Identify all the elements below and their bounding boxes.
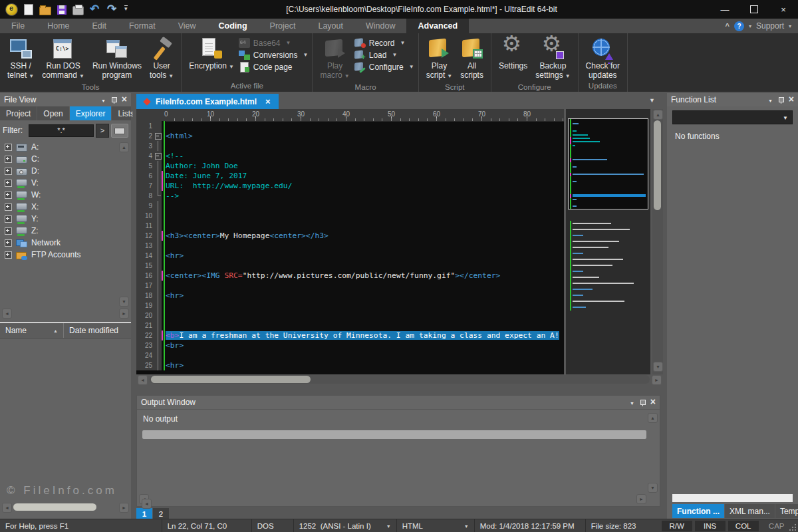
code-line-25[interactable]: 25<hr> [136, 360, 564, 370]
pin-icon[interactable] [640, 399, 645, 406]
status-html[interactable]: HTML▼ [396, 519, 474, 532]
menu-item-advanced[interactable]: Advanced [406, 19, 469, 33]
menu-item-layout[interactable]: Layout [307, 19, 354, 33]
pin-icon[interactable] [111, 96, 116, 104]
menu-item-coding[interactable]: Coding [207, 19, 259, 33]
tree-item-a[interactable]: A: [0, 141, 131, 153]
redo-icon[interactable] [107, 4, 118, 15]
tree-scroll-up-icon[interactable]: ▲ [119, 142, 129, 152]
code-line-9[interactable]: 9 [136, 201, 564, 211]
close-icon[interactable] [789, 95, 794, 104]
code-line-19[interactable]: 19 [136, 301, 564, 311]
settings-button[interactable]: Settings [495, 36, 531, 72]
code-line-7[interactable]: 7URL: http://www.mypage.edu/ [136, 181, 564, 191]
encryption-button[interactable]: Encryption▼ [186, 36, 237, 73]
close-icon[interactable] [650, 398, 656, 407]
fold-column[interactable] [155, 131, 162, 141]
configure-button[interactable]: Configure▼ [354, 62, 414, 72]
scroll-up-icon[interactable]: ▲ [653, 110, 663, 120]
rundos-command-button[interactable]: Run DOScommand▼ [39, 36, 88, 82]
record-button[interactable]: Record▼ [354, 38, 414, 48]
support-menu[interactable]: Support [756, 21, 784, 31]
code-line-17[interactable]: 17 [136, 281, 564, 291]
menu-item-project[interactable]: Project [259, 19, 307, 33]
panel-menu-icon[interactable] [768, 95, 773, 104]
resize-grip[interactable] [793, 519, 798, 532]
tab-explorer[interactable]: Explorer [70, 106, 112, 120]
code-line-18[interactable]: 18<hr> [136, 291, 564, 301]
scroll-down-icon[interactable]: ▼ [648, 483, 658, 493]
tree-item-x[interactable]: X: [0, 201, 131, 213]
mode-col[interactable]: COL [728, 521, 759, 531]
tab-list-dropdown-icon[interactable]: ▼ [649, 97, 655, 104]
filter-input[interactable]: *.* [29, 124, 94, 137]
code-line-20[interactable]: 20 [136, 311, 564, 321]
panel-menu-icon[interactable] [101, 95, 106, 104]
pin-icon[interactable] [778, 96, 783, 104]
code-line-4[interactable]: 4<!-- [136, 151, 564, 161]
menu-item-window[interactable]: Window [354, 19, 406, 33]
scroll-right-icon[interactable]: ► [119, 503, 129, 513]
code-line-15[interactable]: 15 [136, 261, 564, 271]
tree-scroll-left-icon[interactable]: ◄ [2, 309, 12, 319]
help-caret-icon[interactable]: ▾ [749, 23, 751, 29]
maximize-button[interactable] [739, 0, 769, 19]
expand-icon[interactable] [5, 239, 12, 247]
scroll-down-icon[interactable]: ▼ [653, 362, 663, 372]
backup-settings-button[interactable]: Backupsettings▼ [532, 36, 573, 82]
output-scrollbar[interactable] [142, 430, 646, 439]
code-line-8[interactable]: 8--> [136, 191, 564, 201]
fold-collapse-icon[interactable] [155, 133, 162, 140]
expand-icon[interactable] [5, 156, 12, 163]
expand-icon[interactable] [5, 203, 12, 211]
print-icon[interactable] [72, 6, 84, 15]
dropdown-caret-icon[interactable]: ▼ [459, 524, 469, 529]
code-line-22[interactable]: 22<b>I am a freshman at the University o… [136, 331, 564, 340]
editor-vscrollbar[interactable]: ▲ ▼ [652, 109, 663, 374]
code-line-3[interactable]: 3 [136, 141, 564, 151]
menu-item-format[interactable]: Format [118, 19, 167, 33]
code-line-14[interactable]: 14<hr> [136, 251, 564, 261]
scroll-thumb[interactable] [654, 120, 661, 210]
code-line-11[interactable]: 11 [136, 221, 564, 231]
expand-icon[interactable] [5, 144, 12, 151]
function-list-scrollbar[interactable] [672, 494, 793, 502]
tree-item-c[interactable]: C: [0, 153, 131, 165]
minimap-viewport[interactable] [568, 118, 648, 209]
play-script-button[interactable]: Playscript▼ [423, 36, 456, 82]
status-1252[interactable]: 1252 (ANSI - Latin I)▼ [293, 519, 396, 532]
close-icon[interactable] [122, 95, 127, 104]
collapse-ribbon-icon[interactable]: ^ [726, 22, 730, 30]
code-editor[interactable]: 01020304050607080 12<html>34<!--5Author:… [136, 109, 564, 374]
runwindows-program-button[interactable]: Run Windowsprogram [89, 36, 145, 81]
menu-item-file[interactable]: File [0, 19, 36, 33]
ssh-telnet-button[interactable]: SSH /telnet▼ [4, 36, 37, 82]
editor-hscrollbar[interactable]: ◄ ► [136, 374, 663, 385]
load-button[interactable]: Load▼ [354, 50, 414, 60]
code-line-23[interactable]: 23<br> [136, 340, 564, 350]
expand-icon[interactable] [5, 180, 12, 187]
tree-item-v[interactable]: V: [0, 177, 131, 189]
fold-collapse-icon[interactable] [155, 153, 162, 160]
column-date-modified[interactable]: Date modified [64, 323, 124, 338]
panel-tab-function[interactable]: Function ... [672, 504, 725, 518]
tree-item-ftpaccounts[interactable]: FTP Accounts [0, 249, 131, 261]
user-tools-button[interactable]: Usertools▼ [146, 36, 177, 82]
expand-icon[interactable] [5, 227, 12, 235]
scroll-track[interactable] [150, 375, 650, 384]
browse-folder-button[interactable] [111, 124, 128, 138]
tab-project[interactable]: Project [0, 106, 37, 120]
scroll-thumb[interactable] [13, 503, 96, 511]
scroll-right-icon[interactable]: ► [636, 494, 646, 504]
tree-item-z[interactable]: Z: [0, 225, 131, 237]
expand-icon[interactable] [5, 215, 12, 223]
code-line-16[interactable]: 16<center><IMG SRC="http://www.pictures.… [136, 271, 564, 281]
checkfor-updates-button[interactable]: Check forupdates [583, 36, 623, 81]
new-file-icon[interactable] [24, 4, 33, 15]
tree-item-w[interactable]: W: [0, 189, 131, 201]
all-scripts-button[interactable]: Allscripts [457, 36, 487, 81]
mode-cap[interactable]: CAP [761, 521, 792, 531]
code-line-21[interactable]: 21 [136, 321, 564, 331]
scroll-thumb[interactable] [151, 376, 311, 383]
code-line-13[interactable]: 13 [136, 241, 564, 251]
